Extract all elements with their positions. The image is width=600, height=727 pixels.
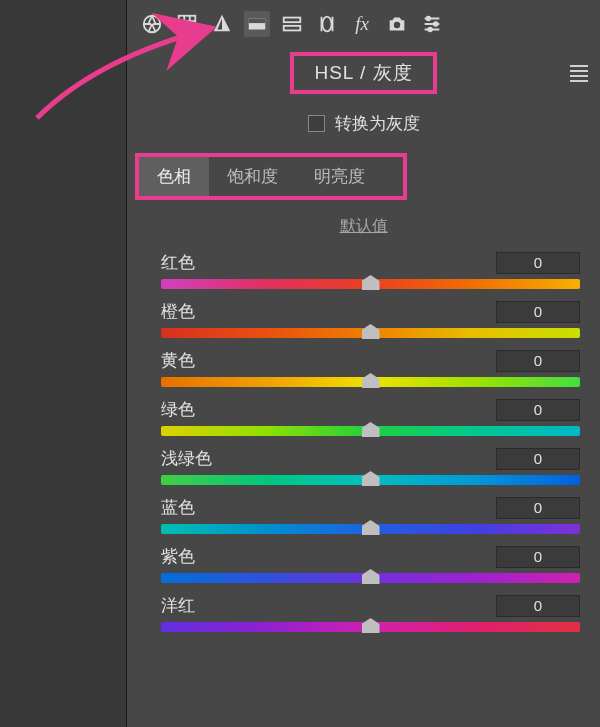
slider-label: 红色 — [161, 251, 195, 274]
slider-thumb[interactable] — [362, 520, 380, 535]
slider-label: 浅绿色 — [161, 447, 212, 470]
svg-point-9 — [434, 22, 438, 26]
slider-row-7: 洋红0 — [161, 594, 580, 633]
slider-value-input[interactable]: 0 — [496, 252, 580, 274]
slider-track[interactable] — [161, 523, 580, 535]
hsl-tabs: 色相饱和度明亮度 — [135, 153, 407, 200]
slider-row-5: 蓝色0 — [161, 496, 580, 535]
slider-label: 绿色 — [161, 398, 195, 421]
svg-rect-4 — [284, 18, 301, 23]
grayscale-checkbox[interactable] — [308, 115, 325, 132]
slider-label: 紫色 — [161, 545, 195, 568]
slider-value-input[interactable]: 0 — [496, 448, 580, 470]
slider-label: 橙色 — [161, 300, 195, 323]
slider-track[interactable] — [161, 278, 580, 290]
slider-track[interactable] — [161, 621, 580, 633]
slider-track[interactable] — [161, 572, 580, 584]
slider-track[interactable] — [161, 425, 580, 437]
tab-2[interactable]: 明亮度 — [296, 157, 383, 196]
slider-value-input[interactable]: 0 — [496, 350, 580, 372]
svg-rect-1 — [179, 16, 196, 33]
slider-thumb[interactable] — [362, 324, 380, 339]
detail-icon[interactable] — [314, 11, 340, 37]
aperture-icon[interactable] — [139, 11, 165, 37]
slider-value-input[interactable]: 0 — [496, 546, 580, 568]
svg-point-10 — [428, 28, 432, 32]
slider-row-3: 绿色0 — [161, 398, 580, 437]
default-link[interactable]: 默认值 — [340, 217, 388, 234]
slider-thumb[interactable] — [362, 373, 380, 388]
slider-value-input[interactable]: 0 — [496, 301, 580, 323]
svg-rect-3 — [249, 19, 266, 24]
slider-thumb[interactable] — [362, 422, 380, 437]
slider-label: 洋红 — [161, 594, 195, 617]
slider-track[interactable] — [161, 327, 580, 339]
svg-rect-5 — [284, 26, 301, 31]
slider-track[interactable] — [161, 376, 580, 388]
slider-row-0: 红色0 — [161, 251, 580, 290]
grayscale-label: 转换为灰度 — [335, 112, 420, 135]
fx-icon[interactable]: fx — [349, 11, 375, 37]
slider-thumb[interactable] — [362, 569, 380, 584]
slider-thumb[interactable] — [362, 618, 380, 633]
slider-row-4: 浅绿色0 — [161, 447, 580, 486]
slider-thumb[interactable] — [362, 275, 380, 290]
slider-value-input[interactable]: 0 — [496, 497, 580, 519]
slider-row-2: 黄色0 — [161, 349, 580, 388]
slider-row-1: 橙色0 — [161, 300, 580, 339]
grid-icon[interactable] — [174, 11, 200, 37]
tab-0[interactable]: 色相 — [139, 157, 209, 196]
camera-icon[interactable] — [384, 11, 410, 37]
slider-value-input[interactable]: 0 — [496, 595, 580, 617]
slider-thumb[interactable] — [362, 471, 380, 486]
tone-icon[interactable] — [209, 11, 235, 37]
panel-menu-icon[interactable] — [570, 62, 588, 85]
gradient-icon[interactable] — [244, 11, 270, 37]
panel-title: HSL / 灰度 — [290, 52, 436, 94]
tab-1[interactable]: 饱和度 — [209, 157, 296, 196]
slider-value-input[interactable]: 0 — [496, 399, 580, 421]
sliders-icon[interactable] — [419, 11, 445, 37]
toolbar: fx — [127, 0, 600, 48]
slider-track[interactable] — [161, 474, 580, 486]
svg-point-8 — [427, 17, 431, 21]
slider-label: 黄色 — [161, 349, 195, 372]
slider-label: 蓝色 — [161, 496, 195, 519]
slider-row-6: 紫色0 — [161, 545, 580, 584]
svg-point-7 — [394, 22, 400, 28]
split-icon[interactable] — [279, 11, 305, 37]
svg-point-6 — [322, 17, 331, 32]
